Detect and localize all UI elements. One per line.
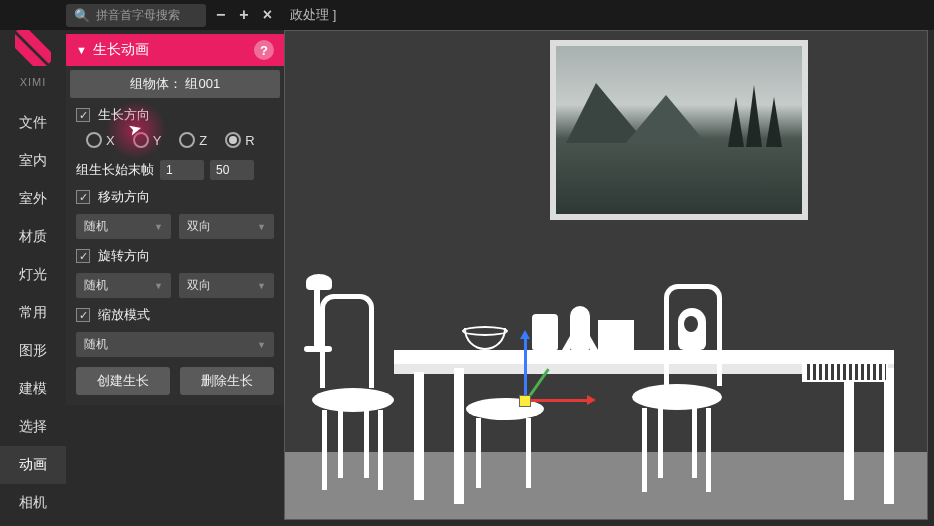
frame-range-label: 组生长始末帧: [76, 161, 154, 179]
chevron-down-icon: ▼: [154, 281, 163, 291]
frame-start-input[interactable]: [160, 160, 204, 180]
rotate-direction-label: 旋转方向: [98, 247, 150, 265]
panel-header[interactable]: ▼ 生长动画 ?: [66, 34, 284, 66]
panel-button-row: 创建生长 删除生长: [66, 361, 284, 405]
chevron-down-icon: ▼: [154, 222, 163, 232]
scale-mode-selects: 随机▼: [66, 328, 284, 361]
move-direction-checkbox[interactable]: [76, 190, 90, 204]
chevron-down-icon: ▼: [257, 222, 266, 232]
chevron-down-icon: ▼: [76, 44, 87, 56]
scale-mode-label: 缩放模式: [98, 306, 150, 324]
table-leg: [844, 372, 854, 500]
axis-z-radio[interactable]: Z: [179, 132, 207, 148]
left-nav: 文件室内室外材质灯光常用图形建模选择动画相机渲染: [0, 104, 66, 526]
table-leg: [884, 368, 894, 504]
nav-item-7[interactable]: 建模: [0, 370, 66, 408]
move-mode-select[interactable]: 随机▼: [76, 214, 171, 239]
app-logo-icon: [15, 30, 51, 66]
gizmo-y-axis[interactable]: [524, 338, 527, 402]
frame-end-input[interactable]: [210, 160, 254, 180]
tab-label[interactable]: 政处理 ]: [290, 6, 336, 24]
zoom-out-button[interactable]: −: [212, 6, 229, 24]
3d-viewport[interactable]: [284, 30, 928, 520]
table-leg: [414, 372, 424, 500]
scale-mode-select[interactable]: 随机▼: [76, 332, 274, 357]
group-object-label: 组物体：: [130, 76, 182, 91]
desk-rocket: [570, 306, 590, 350]
nav-item-1[interactable]: 室内: [0, 142, 66, 180]
group-object-value: 组001: [185, 76, 220, 91]
axis-x-radio[interactable]: X: [86, 132, 115, 148]
brand-label: XIMI: [20, 76, 47, 88]
nav-item-10[interactable]: 相机: [0, 484, 66, 522]
move-direction-row[interactable]: 移动方向: [66, 184, 284, 210]
help-icon[interactable]: ?: [254, 40, 274, 60]
nav-item-2[interactable]: 室外: [0, 180, 66, 218]
search-placeholder: 拼音首字母搜索: [96, 7, 180, 24]
wall-picture: [550, 40, 808, 220]
rotate-direction-checkbox[interactable]: [76, 249, 90, 263]
move-dir-select[interactable]: 双向▼: [179, 214, 274, 239]
nav-item-9[interactable]: 动画: [0, 446, 66, 484]
chevron-down-icon: ▼: [257, 340, 266, 350]
nav-item-3[interactable]: 材质: [0, 218, 66, 256]
rotate-mode-select[interactable]: 随机▼: [76, 273, 171, 298]
nav-item-5[interactable]: 常用: [0, 294, 66, 332]
group-object-row[interactable]: 组物体： 组001: [70, 70, 280, 98]
close-button[interactable]: ×: [259, 6, 276, 24]
rotate-direction-row[interactable]: 旋转方向: [66, 243, 284, 269]
zoom-in-button[interactable]: +: [235, 6, 252, 24]
chair-right: [622, 284, 732, 494]
grow-animation-panel: ▼ 生长动画 ? 组物体： 组001 生长方向 X Y Z R 组生长始末帧 移…: [66, 34, 284, 405]
rotate-direction-selects: 随机▼ 双向▼: [66, 269, 284, 302]
chevron-down-icon: ▼: [257, 281, 266, 291]
nav-item-11[interactable]: 渲染: [0, 522, 66, 526]
nav-item-6[interactable]: 图形: [0, 332, 66, 370]
gizmo-x-axis[interactable]: [524, 399, 588, 402]
nav-item-8[interactable]: 选择: [0, 408, 66, 446]
desk-tray: [802, 362, 888, 382]
panel-body: 组物体： 组001 生长方向 X Y Z R 组生长始末帧 移动方向 随机▼ 双…: [66, 70, 284, 405]
create-grow-button[interactable]: 创建生长: [76, 367, 170, 395]
frame-range-row: 组生长始末帧: [66, 156, 284, 184]
chair-left: [306, 294, 406, 494]
gizmo-origin[interactable]: [519, 395, 531, 407]
grow-direction-row[interactable]: 生长方向: [66, 102, 284, 128]
axis-y-radio[interactable]: Y: [133, 132, 162, 148]
axis-r-radio[interactable]: R: [225, 132, 254, 148]
search-input[interactable]: 🔍 拼音首字母搜索: [66, 4, 206, 27]
scale-mode-checkbox[interactable]: [76, 308, 90, 322]
desk-jar: [532, 314, 558, 350]
move-direction-selects: 随机▼ 双向▼: [66, 210, 284, 243]
nav-item-0[interactable]: 文件: [0, 104, 66, 142]
move-direction-label: 移动方向: [98, 188, 150, 206]
search-icon: 🔍: [74, 8, 90, 23]
panel-title: 生长动画: [93, 41, 149, 59]
grow-direction-checkbox[interactable]: [76, 108, 90, 122]
top-toolbar: 🔍 拼音首字母搜索 − + × 政处理 ]: [0, 0, 934, 30]
axis-radio-row: X Y Z R: [66, 128, 284, 156]
chair-middle: [462, 350, 552, 490]
nav-item-4[interactable]: 灯光: [0, 256, 66, 294]
scale-mode-row[interactable]: 缩放模式: [66, 302, 284, 328]
delete-grow-button[interactable]: 删除生长: [180, 367, 274, 395]
grow-direction-label: 生长方向: [98, 106, 150, 124]
rotate-dir-select[interactable]: 双向▼: [179, 273, 274, 298]
logo-area: XIMI: [0, 0, 66, 104]
